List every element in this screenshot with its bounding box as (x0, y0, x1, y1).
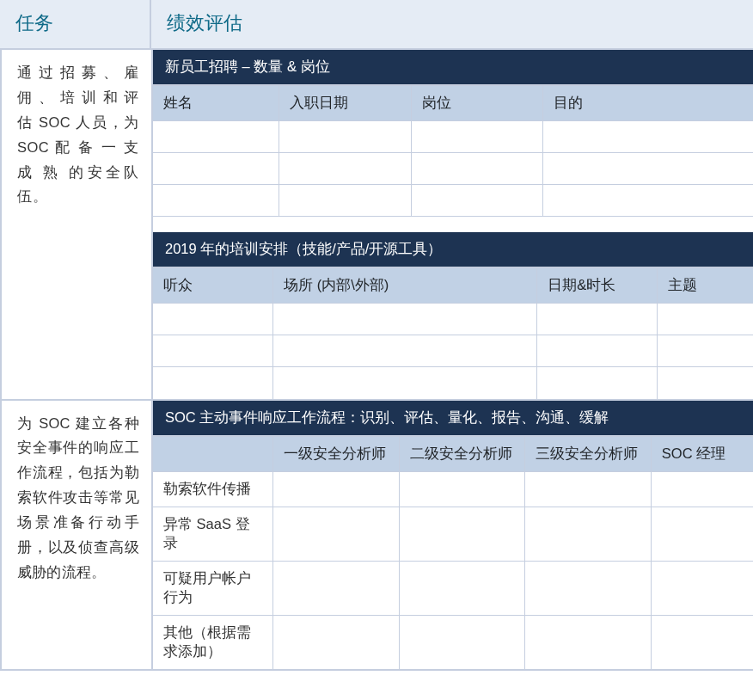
table-row (153, 367, 753, 399)
body-row-2: 为 SOC 建立各种安全事件的响应工作流程，包括为勒索软件攻击等常见场景准备行动… (2, 401, 753, 669)
col-blank (153, 437, 273, 472)
body-row-1: 通 过 招 募 、 雇佣 、 培 训 和 评 估 SOC 人员，为 SOC 配 … (2, 50, 753, 401)
table-row: 勒索软件传播 (153, 471, 753, 507)
col-date-duration: 日期&时长 (537, 268, 658, 304)
row-saas-login: 异常 SaaS 登录 (153, 507, 273, 561)
row-suspicious-account: 可疑用户帐户行为 (153, 561, 273, 615)
table-row (153, 153, 753, 185)
section-bar-training: 2019 年的培训安排（技能/产品/开源工具） (153, 232, 753, 268)
col-name: 姓名 (153, 86, 279, 121)
col-analyst2: 二级安全分析师 (399, 437, 525, 472)
col-startdate: 入职日期 (279, 86, 412, 121)
col-location: 场所 (内部\外部) (273, 268, 537, 304)
table-row: 异常 SaaS 登录 (153, 507, 753, 561)
task-desc-2: 为 SOC 建立各种安全事件的响应工作流程，包括为勒索软件攻击等常见场景准备行动… (2, 401, 151, 597)
col-audience: 听众 (153, 268, 273, 304)
header-row: 任务 绩效评估 (0, 0, 753, 50)
col-analyst1: 一级安全分析师 (273, 437, 400, 472)
table-workflow: 一级安全分析师 二级安全分析师 三级安全分析师 SOC 经理 勒索软件传播 异常… (153, 437, 753, 669)
section-bar-workflow: SOC 主动事件响应工作流程：识别、评估、量化、报告、沟通、缓解 (153, 401, 753, 437)
table-row (153, 335, 753, 367)
table-training: 听众 场所 (内部\外部) 日期&时长 主题 (153, 268, 753, 399)
row-other: 其他（根据需求添加） (153, 615, 273, 669)
col-analyst3: 三级安全分析师 (525, 437, 652, 472)
section-bar-hiring: 新员工招聘 – 数量 & 岗位 (153, 50, 753, 86)
table-hiring: 姓名 入职日期 岗位 目的 (153, 86, 753, 217)
header-task: 任务 (0, 0, 151, 50)
document-table: 任务 绩效评估 通 过 招 募 、 雇佣 、 培 训 和 评 估 SOC 人员，… (0, 0, 753, 671)
table-row (153, 185, 753, 217)
col-manager: SOC 经理 (651, 437, 753, 472)
row-ransomware: 勒索软件传播 (153, 471, 273, 507)
task-desc-1: 通 过 招 募 、 雇佣 、 培 训 和 评 估 SOC 人员，为 SOC 配 … (2, 50, 151, 221)
table-row: 可疑用户帐户行为 (153, 561, 753, 615)
table-row (153, 121, 753, 153)
col-topic: 主题 (657, 268, 753, 304)
header-assessment: 绩效评估 (151, 0, 753, 50)
table-row (153, 304, 753, 335)
col-purpose: 目的 (543, 86, 753, 121)
table-row: 其他（根据需求添加） (153, 615, 753, 669)
col-position: 岗位 (411, 86, 543, 121)
